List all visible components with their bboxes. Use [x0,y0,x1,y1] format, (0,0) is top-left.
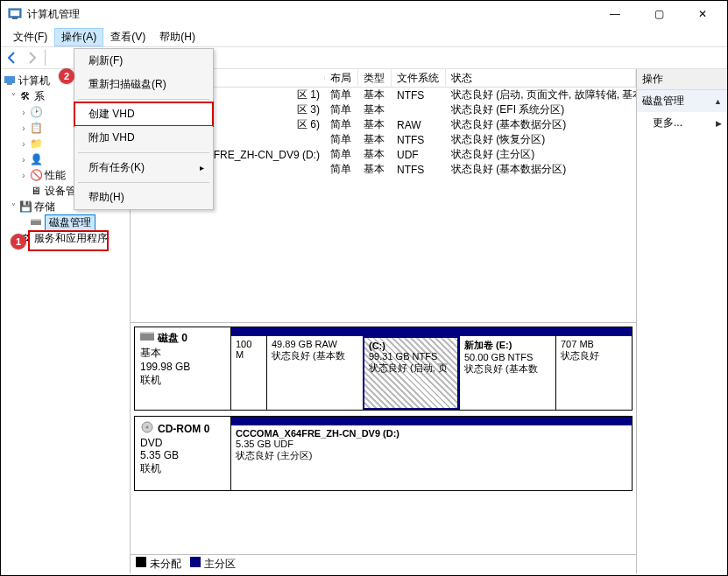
tree-storage-label: 存储 [34,200,55,214]
cell-type: 基本 [358,147,392,162]
legend-primary-label: 主分区 [204,558,236,570]
partition-status: 状态良好 (基本数 [272,349,358,362]
menu-file[interactable]: 文件(F) [6,28,54,46]
svg-rect-6 [31,219,41,221]
expand-icon[interactable]: › [18,171,29,180]
disk-block[interactable]: 磁盘 0基本199.98 GB联机100 M49.89 GB RAW状态良好 (… [134,327,633,411]
partition[interactable]: CCCOMA_X64FRE_ZH-CN_DV9 (D:)5.35 GB UDF状… [231,425,617,490]
disk-state: 联机 [140,461,225,476]
disk-name: CD-ROM 0 [158,423,209,435]
tools-icon: 🛠 [18,89,32,103]
svg-rect-3 [4,76,15,83]
cell-status: 状态良好 (基本数据分区) [446,162,636,177]
partition-status: 状态良好 (主分区) [236,449,612,462]
menu-refresh[interactable]: 刷新(F) [74,49,213,73]
disk-info: 磁盘 0基本199.98 GB联机 [135,327,231,410]
menu-separator [78,99,209,100]
col-filesystem[interactable]: 文件系统 [392,69,446,88]
partition-size: 100 M [236,339,262,360]
users-icon: 👤 [29,152,43,166]
window-title: 计算机管理 [27,7,603,22]
menu-all-tasks[interactable]: 所有任务(K) ▸ [74,156,213,179]
partition[interactable]: 49.89 GB RAW状态良好 (基本数 [266,336,363,410]
forward-icon[interactable] [24,50,39,66]
actions-item-more[interactable]: 更多... ▶ [637,112,727,134]
col-type[interactable]: 类型 [358,69,392,88]
expand-icon[interactable]: ˅ [8,202,18,212]
legend: 未分配 主分区 [131,554,636,573]
partition[interactable]: 707 MB状态良好 [555,336,617,410]
cell-status: 状态良好 (基本数据分区) [446,117,636,132]
expand-icon[interactable]: › [18,155,29,165]
actions-header: 操作 [637,69,727,90]
disk-icon [140,420,154,437]
partition-name: (C:) [369,341,453,351]
task-sched-icon: 🕑 [29,105,43,119]
cell-type: 基本 [358,132,392,147]
partition-size: 707 MB [561,339,612,349]
menu-help[interactable]: 帮助(H) [152,28,202,46]
submenu-arrow-icon: ▶ [716,119,722,128]
disk-map[interactable]: 磁盘 0基本199.98 GB联机100 M49.89 GB RAW状态良好 (… [131,323,636,554]
callout-1: 1 [11,234,26,249]
actions-diskmgmt-label: 磁盘管理 [642,94,684,109]
partition-name: 新加卷 (E:) [464,339,551,352]
partition[interactable]: 新加卷 (E:)50.00 GB NTFS状态良好 (基本数 [459,336,555,410]
menu-help-item[interactable]: 帮助(H) [74,186,213,209]
partition-header-bar [231,327,632,336]
disk-size: 199.98 GB [140,361,225,373]
back-icon[interactable] [4,50,20,66]
cell-layout: 简单 [325,162,358,177]
maximize-button[interactable]: ▢ [647,8,671,20]
tree-diskmgmt-label: 磁盘管理 [49,216,91,228]
svg-rect-1 [11,11,19,16]
cell-fs: NTFS [392,134,446,146]
cell-layout: 简单 [325,117,358,132]
minimize-button[interactable]: — [603,8,627,20]
expand-icon[interactable]: › [18,108,29,117]
menu-attach-vhd[interactable]: 附加 VHD [74,126,213,150]
menu-rescan-disks[interactable]: 重新扫描磁盘(R) [74,73,213,96]
disk-state: 联机 [140,373,225,388]
submenu-arrow-icon: ▸ [200,163,204,172]
menu-create-vhd[interactable]: 创建 VHD [74,102,214,127]
cell-fs: NTFS [392,164,446,176]
expand-icon[interactable]: › [18,139,29,149]
svg-rect-4 [7,83,12,85]
partition-size: 50.00 GB NTFS [464,352,551,362]
computer-icon [3,74,17,88]
actions-item-diskmgmt[interactable]: 磁盘管理 ▲ [637,90,727,112]
partition-header-bar [231,417,632,425]
computer-mgmt-icon [8,7,22,21]
svg-rect-7 [140,334,154,341]
expand-icon[interactable]: ˅ [8,92,18,102]
cell-type: 基本 [358,102,392,117]
disk-partitions: CCCOMA_X64FRE_ZH-CN_DV9 (D:)5.35 GB UDF状… [231,417,632,490]
expand-icon[interactable]: › [18,123,29,133]
partition[interactable]: (C:)99.31 GB NTFS状态良好 (启动, 页 [363,336,459,410]
svg-rect-2 [12,18,18,19]
partition-size: 49.89 GB RAW [272,339,358,349]
col-layout[interactable]: 布局 [325,69,358,88]
tree-sys-label: 系 [34,89,45,104]
disk-block[interactable]: CD-ROM 0DVD5.35 GB联机CCCOMA_X64FRE_ZH-CN_… [134,416,633,491]
partition-status: 状态良好 (启动, 页 [369,362,453,375]
cell-type: 基本 [358,162,392,177]
disk-partitions: 100 M49.89 GB RAW状态良好 (基本数(C:)99.31 GB N… [231,327,632,410]
cell-type: 基本 [358,117,392,132]
tree-disk-mgmt[interactable]: 磁盘管理 [3,214,128,230]
cell-layout: 简单 [325,88,358,102]
cell-status: 状态良好 (主分区) [446,147,636,162]
svg-rect-5 [31,221,41,225]
cell-status: 状态良好 (启动, 页面文件, 故障转储, 基本 [446,88,636,102]
partition[interactable]: 100 M [231,336,266,410]
menu-separator [78,152,209,153]
partition-status: 状态良好 (基本数 [464,362,551,376]
svg-rect-8 [140,332,154,334]
menu-action[interactable]: 操作(A) [54,28,103,46]
tree-perf-label: 性能 [45,168,66,183]
menu-view[interactable]: 查看(V) [103,28,152,46]
menu-all-tasks-label: 所有任务(K) [88,160,145,175]
col-status[interactable]: 状态 [446,69,636,88]
close-button[interactable]: ✕ [690,8,715,20]
